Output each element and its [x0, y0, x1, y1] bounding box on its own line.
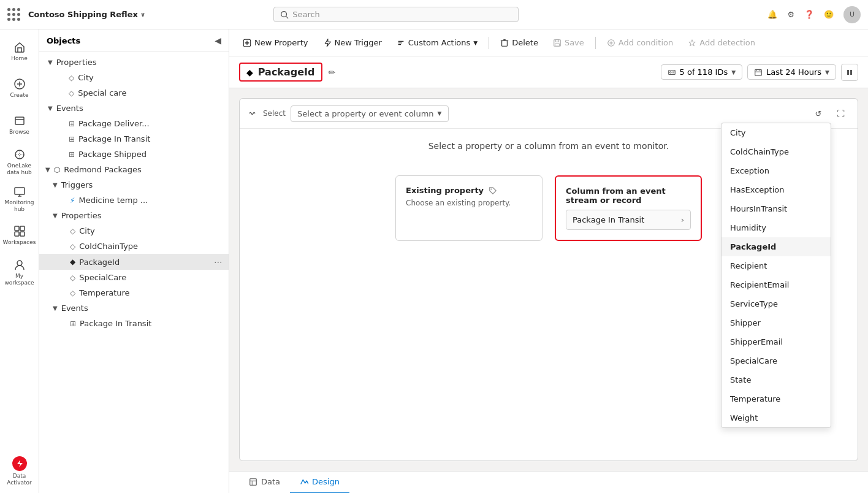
delete-button[interactable]: Delete [494, 35, 544, 50]
ids-badge[interactable]: 5 of 118 IDs ▼ [661, 64, 743, 80]
id-icon [668, 68, 676, 77]
tree-item-pkg-in-transit-sub[interactable]: ⊞ Package In Transit [39, 316, 229, 331]
chevron-down-icon: ▼ [48, 105, 53, 112]
dropdown-item-recipientemail[interactable]: RecipientEmail [721, 275, 831, 294]
dropdown-item-shipper[interactable]: Shipper [721, 313, 831, 332]
expand-icon[interactable]: ⛶ [832, 105, 849, 122]
dropdown-item-packageid[interactable]: PackageId [721, 237, 831, 256]
browse-icon [13, 115, 26, 127]
tree-section-events-label: Events [56, 104, 83, 113]
sidebar-item-data-activator[interactable]: Data Activator [2, 454, 37, 488]
condition-icon [607, 39, 615, 47]
time-badge[interactable]: Last 24 Hours ▼ [747, 64, 836, 80]
tree-item-city-sub-label: City [79, 226, 94, 235]
new-trigger-button[interactable]: New Trigger [317, 35, 388, 50]
select-header-actions: ↺ ⛶ [810, 105, 849, 122]
tree-section-redmond-label: Redmond Packages [64, 165, 142, 174]
collapse-panel-icon[interactable]: ◀ [215, 36, 221, 45]
add-condition-button[interactable]: Add condition [601, 35, 679, 50]
tree-item-medicine-temp[interactable]: ⚡ Medicine temp ... [39, 193, 229, 208]
tree-item-packageid-label: PackageId [79, 258, 120, 267]
save-icon [553, 39, 562, 47]
app-name[interactable]: Contoso Shipping Reflex ∨ [28, 10, 145, 19]
avatar[interactable]: U [843, 6, 861, 23]
tree-subsection-triggers[interactable]: ▼ Triggers [39, 177, 229, 193]
dropdown-item-city[interactable]: City [721, 123, 831, 142]
bell-icon[interactable]: 🔔 [767, 10, 777, 19]
tree-item-coldchaintype[interactable]: ◇ ColdChainType [39, 239, 229, 254]
property-header-right: 5 of 118 IDs ▼ Last 24 Hours ▼ [661, 64, 858, 81]
sidebar-item-home[interactable]: Home [2, 34, 37, 69]
dropdown-item-servicetype[interactable]: ServiceType [721, 294, 831, 313]
svg-point-15 [17, 261, 22, 266]
package-in-transit-item[interactable]: Package In Transit › [566, 210, 691, 230]
settings-icon[interactable]: ⚙️ [787, 10, 794, 19]
dropdown-item-weight[interactable]: Weight [721, 408, 831, 427]
dropdown-item-recipient[interactable]: Recipient [721, 256, 831, 275]
new-property-button[interactable]: New Property [237, 35, 314, 50]
trigger-icon: ⚡ [70, 196, 75, 205]
add-detection-button[interactable]: Add detection [682, 35, 761, 50]
dropdown-item-shipperemail[interactable]: ShipperEmail [721, 332, 831, 351]
sidebar-item-monitoring[interactable]: Monitoring hub [2, 182, 37, 216]
tree-item-city-sub[interactable]: ◇ City [39, 223, 229, 239]
tree-item-special-care-global[interactable]: ◇ Special care [39, 85, 229, 101]
dropdown-item-humidity[interactable]: Humidity [721, 218, 831, 237]
pause-button[interactable] [841, 64, 858, 81]
tree-item-specialcare[interactable]: ◇ SpecialCare [39, 270, 229, 285]
undo-icon[interactable]: ↺ [810, 105, 827, 122]
svg-rect-5 [15, 117, 24, 124]
tree-subsection-props[interactable]: ▼ Properties [39, 208, 229, 223]
dropdown-item-specialcare[interactable]: SpecialCare [721, 351, 831, 370]
new-trigger-label: New Trigger [335, 38, 382, 47]
tree-item-city-global[interactable]: ◇ City [39, 70, 229, 85]
tree-section-properties[interactable]: ▼ Properties [39, 55, 229, 70]
sidebar-item-browse[interactable]: Browse [2, 108, 37, 142]
ids-label: 5 of 118 IDs [680, 67, 728, 77]
select-dropdown[interactable]: Select a property or event column ▼ [291, 105, 448, 122]
dropdown-item-exception[interactable]: Exception [721, 161, 831, 180]
tree-section-redmond[interactable]: ▼ ⬡ Redmond Packages [39, 162, 229, 177]
column-event-card[interactable]: Column from an event stream or record Pa… [555, 175, 702, 241]
tree-item-package-deliver[interactable]: ⊞ Package Deliver... [39, 116, 229, 131]
custom-actions-label: Custom Actions [408, 38, 470, 47]
tree-item-more-icon[interactable]: ⋯ [214, 257, 223, 267]
edit-pencil-icon[interactable]: ✏ [329, 67, 336, 77]
grid-icon: ⊞ [69, 120, 75, 128]
add-detection-label: Add detection [699, 38, 755, 47]
dropdown-chevron-icon: ▼ [438, 110, 442, 117]
save-button[interactable]: Save [547, 35, 590, 50]
sidebar-item-workspaces[interactable]: Workspaces [2, 218, 37, 253]
waffle-menu[interactable] [7, 8, 21, 21]
tree-item-special-care-label: Special care [78, 88, 126, 97]
dropdown-item-hoursintransit[interactable]: HoursInTransit [721, 199, 831, 218]
sidebar-item-onelake-label: OneLake data hub [2, 162, 37, 176]
tree-item-package-shipped[interactable]: ⊞ Package Shipped [39, 147, 229, 162]
svg-rect-34 [847, 70, 849, 75]
tab-design[interactable]: Design [290, 472, 349, 494]
custom-actions-button[interactable]: Custom Actions ▼ [390, 35, 484, 50]
tree-subsection-events2[interactable]: ▼ Events [39, 300, 229, 316]
svg-point-36 [491, 188, 492, 189]
tabs-bar: Data Design [229, 471, 868, 493]
dropdown-item-hasexception[interactable]: HasException [721, 180, 831, 199]
search-box[interactable]: Search [273, 7, 519, 22]
dropdown-item-coldchaintype[interactable]: ColdChainType [721, 142, 831, 161]
existing-property-card[interactable]: Existing property Choose an existing pro… [395, 175, 542, 241]
tab-data[interactable]: Data [239, 472, 290, 494]
sidebar-item-onelake[interactable]: OneLake data hub [2, 145, 37, 179]
dropdown-item-temperature[interactable]: Temperature [721, 389, 831, 408]
dropdown-item-state[interactable]: State [721, 370, 831, 389]
sidebar-item-my-workspace[interactable]: My workspace [2, 255, 37, 289]
sidebar-item-my-workspace-label: My workspace [2, 273, 37, 286]
home-icon [13, 41, 26, 53]
help-icon[interactable]: ❓ [804, 10, 814, 19]
main-layout: Home Create Browse OneLake data hub [0, 29, 868, 493]
tree-item-temperature[interactable]: ◇ Temperature [39, 285, 229, 300]
objects-tree: ▼ Properties ◇ City ◇ Special care ▼ Eve… [39, 52, 229, 493]
tree-item-packageid[interactable]: ◆ PackageId ⋯ [39, 254, 229, 270]
sidebar-item-create[interactable]: Create [2, 71, 37, 105]
feedback-icon[interactable]: 🙂 [824, 10, 834, 19]
tree-section-events[interactable]: ▼ Events [39, 101, 229, 116]
tree-item-package-in-transit[interactable]: ⊞ Package In Transit [39, 131, 229, 147]
